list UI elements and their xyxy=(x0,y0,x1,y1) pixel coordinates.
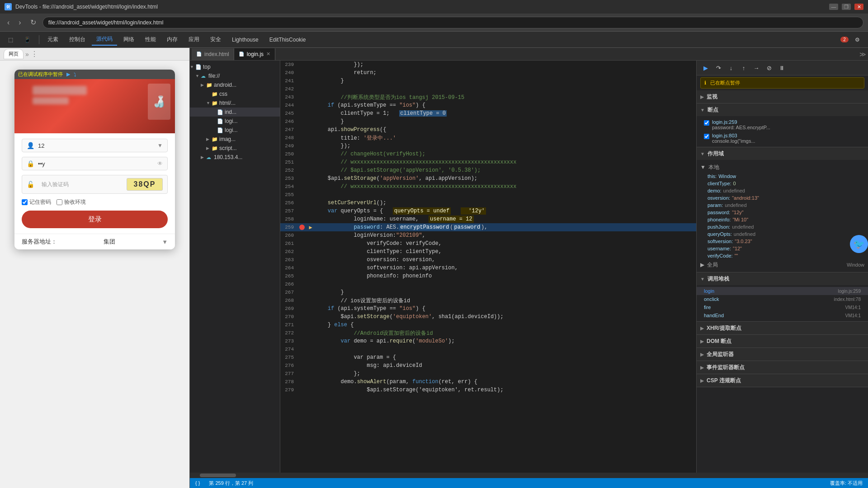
tree-item-images[interactable]: ▶ 📁 imag... xyxy=(190,135,280,144)
code-line-256[interactable]: 256 setCurServerUrl(); xyxy=(280,199,696,207)
code-line-251[interactable]: 251 // wxxxxxxxxxxxxxxxxxxxxxxxxxxxxxxxx… xyxy=(280,158,696,166)
tab-console[interactable]: 控制台 xyxy=(65,34,90,45)
code-line-241[interactable]: 241 } xyxy=(280,77,696,85)
source-tab-indexhtml[interactable]: 📄 index.html xyxy=(192,48,234,60)
watch-header[interactable]: ▶ 监视 xyxy=(697,90,868,103)
cs-item-login[interactable]: login login.js:259 xyxy=(697,287,868,295)
resume-btn[interactable]: ▶ xyxy=(700,62,711,73)
tab-memory[interactable]: 内存 xyxy=(162,34,182,45)
tab-performance[interactable]: 性能 xyxy=(141,34,160,45)
minimize-button[interactable]: — xyxy=(829,4,838,10)
restore-button[interactable]: ❐ xyxy=(842,4,851,10)
tab-lighthouse[interactable]: Lighthouse xyxy=(227,35,263,45)
code-line-243[interactable]: 243 //判断系统类型是否为ios tangsj 2015-09-15 xyxy=(280,93,696,101)
global-listeners-header[interactable]: ▶ 全局监听器 xyxy=(697,348,868,361)
callstack-header[interactable]: ▼ 调用堆栈 xyxy=(697,272,868,285)
step-btn[interactable]: → xyxy=(751,62,762,73)
cs-item-fire[interactable]: fire VM14:1 xyxy=(697,303,868,311)
cs-item-handend[interactable]: handEnd VM14:1 xyxy=(697,311,868,319)
code-line-260[interactable]: 260 loginVersion:"202109", xyxy=(280,231,696,239)
source-tabs-overflow[interactable]: ≫ xyxy=(859,51,866,58)
code-line-273[interactable]: 273 var demo = api.require('moduleSo'); xyxy=(280,337,696,345)
tab-network[interactable]: 网络 xyxy=(119,34,139,45)
cs-item-onclick[interactable]: onclick index.html:78 xyxy=(697,295,868,303)
code-line-259[interactable]: 259▶ password: AES.encryptPassword(passw… xyxy=(280,223,696,231)
tree-item-remote[interactable]: ▶ ☁ 180.153.4... xyxy=(190,153,280,162)
remember-checkbox[interactable] xyxy=(22,199,28,205)
tree-item-file[interactable]: ▼ ☁ file:// xyxy=(190,71,280,80)
code-line-254[interactable]: 254 // wxxxxxxxxxxxxxxxxxxxxxxxxxxxxxxxx… xyxy=(280,183,696,191)
event-listeners-header[interactable]: ▶ 事件监听器断点 xyxy=(697,361,868,374)
code-line-258[interactable]: 258 loginName: username, username = 12 xyxy=(280,215,696,223)
format-button[interactable]: { } xyxy=(195,480,200,486)
code-line-271[interactable]: 271 } else { xyxy=(280,321,696,329)
source-tab-loginjs[interactable]: 📄 login.js ✕ xyxy=(234,48,275,60)
xhr-breakpoints-header[interactable]: ▶ XHR/提取断点 xyxy=(697,322,868,334)
code-line-265[interactable]: 265 phoneinfo: phoneinfo xyxy=(280,272,696,280)
step-into-btn[interactable]: ↓ xyxy=(726,62,736,73)
page-tab-more[interactable]: » xyxy=(25,51,29,58)
code-line-261[interactable]: 261 verifyCode: verifyCode, xyxy=(280,239,696,248)
code-line-272[interactable]: 272 //Android设置加密后的设备id xyxy=(280,329,696,337)
code-line-249[interactable]: 249 }); xyxy=(280,142,696,150)
username-dropdown[interactable]: ▼ xyxy=(157,142,163,149)
dom-breakpoints-header[interactable]: ▶ DOM 断点 xyxy=(697,335,868,347)
code-line-239[interactable]: 239 }); xyxy=(280,61,696,69)
code-editor[interactable]: 239 });240 return;241 }242 243 //判断系统类型是… xyxy=(280,61,696,473)
code-line-244[interactable]: 244 if (api.systemType == "ios") { xyxy=(280,101,696,109)
tab-sources[interactable]: 源代码 xyxy=(92,33,117,46)
tab-elements[interactable]: 元素 xyxy=(43,34,63,45)
debug-step-btn[interactable]: ⤵ xyxy=(74,72,76,77)
code-line-267[interactable]: 267 } xyxy=(280,288,696,296)
tree-item-css[interactable]: 📁 css xyxy=(190,89,280,99)
code-line-278[interactable]: 278 demo.showAlert(param, function(ret, … xyxy=(280,378,696,386)
tab-security[interactable]: 安全 xyxy=(206,34,226,45)
tree-item-scripts[interactable]: ▶ 📁 script... xyxy=(190,144,280,153)
verify-label[interactable]: 验收环境 xyxy=(57,198,86,206)
verify-checkbox[interactable] xyxy=(57,199,62,205)
code-line-242[interactable]: 242 xyxy=(280,85,696,93)
code-line-274[interactable]: 274 xyxy=(280,345,696,353)
remember-label[interactable]: 记住密码 xyxy=(22,198,51,206)
tree-item-logijs2[interactable]: 📄 logi... xyxy=(190,126,280,135)
code-line-277[interactable]: 277 }; xyxy=(280,370,696,378)
horizontal-scrollbar[interactable] xyxy=(190,473,868,478)
password-row[interactable]: 🔒 ••y 👁 xyxy=(22,157,168,170)
tree-item-index[interactable]: 📄 ind... xyxy=(190,108,280,117)
deactivate-btn[interactable]: ⊘ xyxy=(764,62,774,73)
debug-resume-btn[interactable]: ▶ xyxy=(66,71,70,77)
breakpoints-header[interactable]: ▼ 断点 xyxy=(697,103,868,116)
code-line-257[interactable]: 257 var queryOpts = { queryOpts = undef … xyxy=(280,207,696,215)
scope-header[interactable]: ▼ 作用域 xyxy=(697,147,868,160)
username-row[interactable]: 👤 12 ▼ xyxy=(22,139,168,152)
code-line-276[interactable]: 276 msg: api.deviceId xyxy=(280,361,696,370)
pause-exceptions-btn[interactable]: ⏸ xyxy=(776,62,787,73)
code-line-279[interactable]: 279 $api.setStorage('equiptoken', ret.re… xyxy=(280,386,696,394)
devtools-inspect-btn[interactable]: ⬚ xyxy=(4,35,18,45)
code-line-255[interactable]: 255 xyxy=(280,191,696,199)
scrollbar-thumb[interactable] xyxy=(200,474,236,477)
code-line-263[interactable]: 263 osversion: osversion, xyxy=(280,256,696,264)
login-button[interactable]: 登录 xyxy=(22,211,168,228)
close-button[interactable]: ✕ xyxy=(854,4,863,10)
tree-item-android[interactable]: ▶ 📁 android... xyxy=(190,80,280,89)
code-line-240[interactable]: 240 return; xyxy=(280,69,696,77)
password-eye-icon[interactable]: 👁 xyxy=(157,160,163,167)
scope-global-header[interactable]: ▶ 全局 Window xyxy=(697,259,868,270)
code-line-266[interactable]: 266 xyxy=(280,280,696,288)
breakpoint-checkbox-2[interactable] xyxy=(704,134,709,139)
csp-header[interactable]: ▶ CSP 违规断点 xyxy=(697,374,868,387)
code-line-253[interactable]: 253 $api.setStorage('appVersion', api.ap… xyxy=(280,174,696,183)
tab-application[interactable]: 应用 xyxy=(184,34,204,45)
breakpoint-checkbox-1[interactable] xyxy=(704,120,709,126)
back-button[interactable]: ‹ xyxy=(5,18,12,28)
code-line-250[interactable]: 250 // changeHost(verifyHost); xyxy=(280,150,696,158)
tree-item-loginjs[interactable]: 📄 logi... xyxy=(190,117,280,126)
tab-editthiscookie[interactable]: EditThisCookie xyxy=(265,35,311,45)
code-line-262[interactable]: 262 clientType: clientType, xyxy=(280,248,696,256)
settings-btn[interactable]: ⚙ xyxy=(850,35,864,45)
source-tab-close[interactable]: ✕ xyxy=(266,51,270,57)
code-line-269[interactable]: 269 if (api.systemType == "ios") { xyxy=(280,305,696,313)
step-over-btn[interactable]: ↷ xyxy=(713,62,724,73)
tree-item-top[interactable]: ▼ 📄 top xyxy=(190,62,280,71)
